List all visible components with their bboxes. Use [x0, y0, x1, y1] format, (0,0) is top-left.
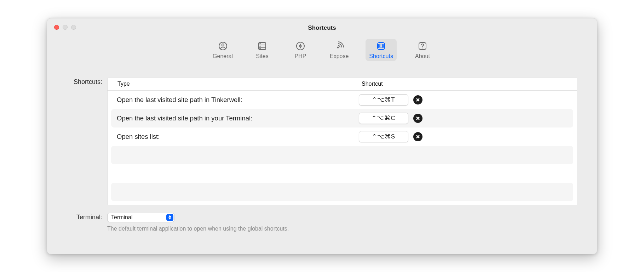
shortcut-input[interactable]: ⌃⌥⌘S	[359, 131, 408, 142]
zoom-window-button[interactable]	[71, 25, 76, 30]
close-icon	[416, 98, 420, 102]
row-type-label: Open the last visited site path in your …	[115, 114, 359, 122]
terminal-select-value: Terminal	[111, 214, 132, 221]
tab-label: About	[415, 53, 430, 60]
clear-shortcut-button[interactable]	[413, 95, 422, 104]
window-controls	[54, 25, 76, 30]
table-row	[111, 183, 573, 201]
clear-shortcut-button[interactable]	[413, 114, 422, 123]
compass-icon	[295, 41, 305, 51]
tab-label: Sites	[256, 53, 269, 60]
terminal-section: Terminal: Terminal The default terminal …	[67, 213, 577, 232]
tab-about[interactable]: About	[410, 39, 435, 61]
svg-marker-15	[168, 215, 171, 217]
svg-point-7	[260, 48, 260, 49]
table-row[interactable]: Open the last visited site path in Tinke…	[111, 91, 573, 109]
question-icon	[418, 41, 427, 51]
shortcuts-section-label: Shortcuts:	[67, 78, 102, 205]
content-area: Shortcuts: Type Shortcut Open the last v…	[47, 66, 597, 239]
svg-point-6	[260, 46, 260, 46]
tab-label: Expose	[330, 53, 349, 60]
terminal-select[interactable]: Terminal	[107, 213, 174, 222]
tab-label: General	[213, 53, 233, 60]
table-row	[111, 146, 573, 164]
shortcut-input[interactable]: ⌃⌥⌘T	[359, 94, 408, 106]
svg-marker-16	[168, 217, 171, 220]
row-type-label: Open the last visited site path in Tinke…	[115, 96, 359, 104]
table-row[interactable]: Open the last visited site path in your …	[111, 109, 573, 128]
svg-point-5	[260, 43, 260, 44]
shortcut-input[interactable]: ⌃⌥⌘C	[359, 113, 408, 124]
tab-sites[interactable]: Sites	[250, 39, 275, 61]
table-row	[111, 164, 573, 183]
close-window-button[interactable]	[54, 25, 59, 30]
tab-label: Shortcuts	[369, 53, 393, 60]
close-icon	[416, 116, 420, 120]
broadcast-icon	[334, 41, 344, 51]
table-headers: Type Shortcut	[108, 78, 577, 91]
tab-shortcuts[interactable]: Shortcuts	[366, 39, 397, 61]
clear-shortcut-button[interactable]	[413, 132, 422, 141]
close-icon	[416, 135, 420, 139]
svg-point-10	[300, 45, 301, 46]
server-icon	[257, 41, 267, 51]
table-row[interactable]: Open sites list: ⌃⌥⌘S	[111, 128, 573, 146]
svg-point-14	[422, 47, 423, 48]
row-type-label: Open sites list:	[115, 133, 359, 141]
preferences-window: Shortcuts General Sites PHP Expose Short…	[47, 18, 597, 254]
window-title: Shortcuts	[308, 24, 336, 32]
svg-point-1	[222, 44, 224, 46]
chevrons-up-down-icon	[166, 214, 173, 221]
table-body: Open the last visited site path in Tinke…	[108, 91, 577, 205]
titlebar: Shortcuts	[47, 18, 597, 38]
terminal-label: Terminal:	[67, 214, 102, 221]
terminal-hint: The default terminal application to open…	[107, 226, 577, 232]
tab-general[interactable]: General	[209, 39, 236, 61]
header-type[interactable]: Type	[108, 78, 355, 90]
tab-expose[interactable]: Expose	[326, 39, 352, 61]
command-icon	[376, 41, 386, 51]
header-shortcut[interactable]: Shortcut	[355, 81, 577, 87]
tab-php[interactable]: PHP	[288, 39, 313, 61]
tab-label: PHP	[295, 53, 306, 60]
minimize-window-button[interactable]	[63, 25, 68, 30]
shortcuts-table: Type Shortcut Open the last visited site…	[107, 78, 577, 205]
prefs-toolbar: General Sites PHP Expose Shortcuts About	[47, 38, 597, 66]
person-circle-icon	[218, 41, 228, 51]
svg-point-11	[337, 46, 339, 48]
